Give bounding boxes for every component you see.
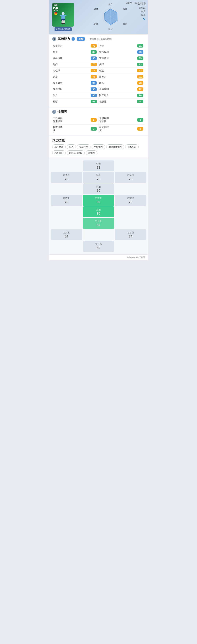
stat-value-header: 83 <box>137 63 143 66</box>
stat-row-header: 头球 83 <box>99 62 145 68</box>
skill-tag-5: 拦截能力 <box>125 144 139 149</box>
stat-value-jump: 78 <box>137 81 143 85</box>
skills-section: 球员技能 战斗精神 盯人 低空传球 单触传球 加重旋转传球 拦截能力 急升射门 … <box>49 136 148 158</box>
skill-tag-3: 单触传球 <box>92 144 105 149</box>
stat-value-curve: 72 <box>137 69 143 72</box>
radar-svg <box>100 6 121 28</box>
pos-cell-dm: 后腰 95 <box>83 206 114 217</box>
pos-cell-lm: 左前卫 76 <box>51 195 82 206</box>
stat-value-intercept: 92 <box>91 100 97 103</box>
stat-row-acceleration: 爆发力 71 <box>99 74 145 80</box>
pos-cell-rb: 右后卫 84 <box>115 229 146 240</box>
preferred-foot-title: 惯用脚 <box>58 110 67 114</box>
skills-title: 球员技能 <box>52 138 145 142</box>
stat-col-right: 控球 91 紧密控球 96 空中传球 93 头球 83 弧度 72 爆发力 71 <box>99 43 145 104</box>
stat-value-defense: 90 <box>137 94 143 97</box>
stat-row-ground-pass: 地面传球 95 <box>52 55 98 62</box>
stat-row-foot-strength: 脚下力量 97 <box>52 80 98 86</box>
stat-name-physical: 身体接触 <box>53 88 62 91</box>
stat-name-attack: 攻击能力 <box>53 44 62 48</box>
foot-row-injury: 抗受伤程 度 2 <box>99 124 145 133</box>
pos-name-rm: 右前卫 <box>127 197 134 200</box>
stat-row-freekick: 定位球 72 <box>52 68 98 74</box>
stat-value-physical: 95 <box>91 88 97 91</box>
stat-value-stamina: 95 <box>91 94 97 97</box>
foot-value-injury: 2 <box>137 127 143 130</box>
pos-rating-cb: 84 <box>97 223 100 227</box>
preferred-foot-header: 🛡 惯用脚 <box>52 110 145 114</box>
pos-rating-lw: 76 <box>65 177 68 181</box>
stat-name-aggression: 积极性 <box>99 100 106 103</box>
pos-cell-rm: 右前卫 76 <box>115 195 146 206</box>
pos-rating-cm: 90 <box>97 200 100 204</box>
pos-empty-1a <box>51 160 82 172</box>
footer-logo: 头条@PES实况联盟 <box>127 256 145 259</box>
stat-row-dribble: 盘带 85 <box>52 49 98 55</box>
pos-cell-gk: 守门员 40 <box>83 241 114 252</box>
position-grid: 中锋 73 左边锋 76 影锋 76 右边锋 76 前腰 80 左前卫 76 <box>51 160 146 252</box>
stat-value-aerial-pass: 93 <box>137 56 143 60</box>
foot-value-accuracy: 3 <box>137 118 143 122</box>
skill-tag-0: 战斗精神 <box>52 144 66 149</box>
stat-name-header: 头球 <box>99 63 104 66</box>
pos-name-am: 前腰 <box>96 185 101 188</box>
stat-name-tight-dribble: 紧密控球 <box>99 50 109 54</box>
stat-name-intercept: 抢断 <box>53 100 58 103</box>
pos-rating-striker: 73 <box>97 166 100 170</box>
pos-name-cm: 中前卫 <box>95 197 102 200</box>
foot-label-injury: 抗受伤程 度 <box>99 126 109 132</box>
pos-rating-ss: 76 <box>97 177 100 181</box>
rating-big: 95 <box>53 6 59 12</box>
pos-rating-lb: 84 <box>65 234 68 238</box>
stat-row-stamina: 体力 95 <box>52 92 98 98</box>
stat-name-body-control: 身体控制 <box>99 88 109 91</box>
svg-rect-3 <box>65 14 67 16</box>
header-card: 后腰 95 <box>49 0 148 34</box>
pos-cell-cm: 中前卫 90 <box>83 195 114 206</box>
pos-rating-gk: 40 <box>97 246 100 250</box>
foot-row-freq: 非惯用脚 使用频率 2 <box>52 116 98 124</box>
stat-name-ground-pass: 地面传球 <box>53 57 62 60</box>
server-label: 国服22.11.08曼城精选 <box>126 2 146 4</box>
stat-value-dribble: 85 <box>91 50 97 54</box>
skill-tag-6: 急升射门 <box>52 150 66 155</box>
stat-name-speed: 速度 <box>53 75 58 78</box>
stat-value-freekick: 72 <box>91 69 97 72</box>
stat-row-jump: 跳跃 78 <box>99 80 145 86</box>
stat-row-physical: 身体接触 95 <box>52 86 98 92</box>
radar-label-top: 射门 <box>109 3 113 6</box>
radar-label-bottom-right: 身体 <box>123 22 127 25</box>
pos-empty-6b <box>115 218 146 229</box>
pos-empty-3b <box>115 184 146 194</box>
pos-name-rw: 右边锋 <box>127 174 134 177</box>
stat-name-aerial-pass: 空中传球 <box>99 57 109 60</box>
player-card-image: 后腰 95 <box>52 3 74 26</box>
foot-section-icon: 🛡 <box>52 110 56 114</box>
stat-row-shot: 射门 70 <box>52 62 98 68</box>
basic-stats-section: ⚙ 基础能力 → 47级 （34满级 | 突破后47满级） 攻击能力 72 盘带… <box>49 34 148 107</box>
player-card-left: 后腰 95 <box>52 3 74 31</box>
stat-value-body-control: 72 <box>137 88 143 91</box>
stat-row-curve: 弧度 72 <box>99 68 145 74</box>
pos-rating-rw: 76 <box>129 177 132 181</box>
pos-name-dm: 后腰 <box>96 208 101 211</box>
foot-col-left: 非惯用脚 使用频率 2 状态持续 性 7 <box>52 116 99 133</box>
basic-stats-title: 基础能力 <box>58 37 70 41</box>
skills-tags: 战斗精神 盯人 低空传球 单触传球 加重旋转传球 拦截能力 急升射门 踏球技巧操… <box>52 144 145 155</box>
stats-right: 191 CM 82 KG 24岁 靠山 👟 <box>138 3 146 20</box>
stat-name-defense: 防守能力 <box>99 94 109 97</box>
radar-section: 射门 传球 身体 防守 速度 盘带 <box>76 3 145 30</box>
preferred-foot-section: 🛡 惯用脚 非惯用脚 使用频率 2 状态持续 性 7 非惯用脚 精准度 3 抗受… <box>49 108 148 136</box>
pos-cell-striker: 中锋 73 <box>83 160 114 172</box>
radar-label-top-left: 盘带 <box>94 8 98 10</box>
foot-label-freq: 非惯用脚 使用频率 <box>53 117 62 123</box>
basic-stats-arrow[interactable]: → <box>72 37 75 41</box>
pos-cell-ss: 影锋 76 <box>83 172 114 183</box>
radar-label-bottom: 防守 <box>109 28 113 30</box>
stat-row-body-control: 身体控制 72 <box>99 86 145 92</box>
foot-value-freq: 2 <box>91 118 97 122</box>
stat-row-intercept: 抢断 92 <box>52 98 98 104</box>
stat-row-speed: 速度 76 <box>52 74 98 80</box>
stat-name-curve: 弧度 <box>99 69 104 72</box>
position-section: 中锋 73 左边锋 76 影锋 76 右边锋 76 前腰 80 左前卫 76 <box>49 158 148 254</box>
